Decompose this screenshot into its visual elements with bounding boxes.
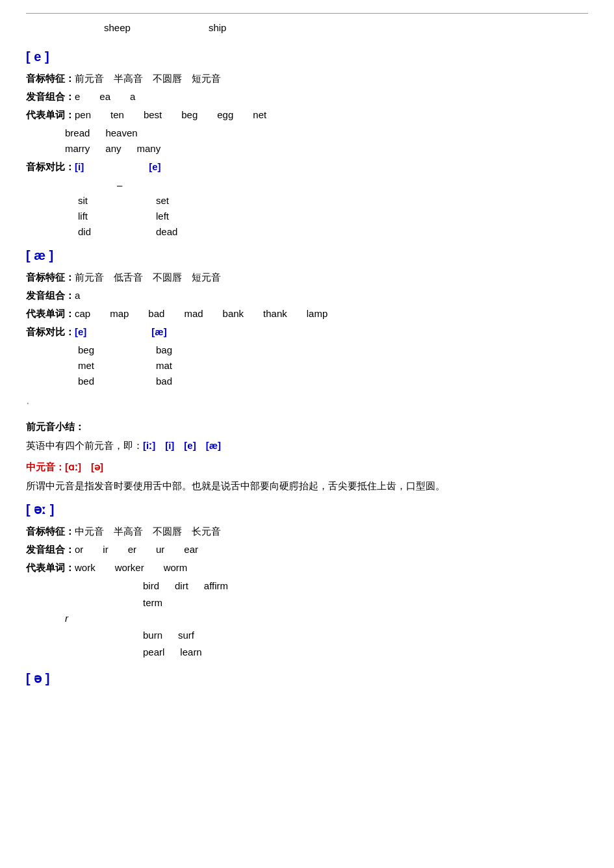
word-surf: surf bbox=[178, 628, 194, 643]
compare-row-e-2: lift left bbox=[78, 209, 588, 224]
col-set: set bbox=[156, 193, 234, 209]
features-ao: 音标特征：中元音 半高音 不圆唇 长元音 bbox=[26, 524, 588, 539]
combo-ae: 发音组合：a bbox=[26, 288, 588, 303]
compare-row-ae-1: beg bag bbox=[78, 342, 588, 358]
compare-h1-ae: [e] bbox=[75, 326, 86, 337]
phoneme-ae2: [æ] bbox=[206, 440, 221, 451]
word-term: term bbox=[143, 595, 162, 611]
word-many: many bbox=[137, 141, 161, 157]
phoneme-ao: [ əː ] bbox=[26, 499, 588, 520]
combo-value-e: e ea a bbox=[75, 91, 135, 102]
words-e-row3: marry any many bbox=[65, 141, 588, 157]
words-label-ae: 代表单词： bbox=[26, 308, 75, 319]
compare-table-ae: beg bag met mat bed bad bbox=[78, 342, 588, 389]
compare-h2-e: [e] bbox=[149, 161, 160, 172]
col-did: did bbox=[78, 224, 156, 240]
mid-vowel-title: 中元音：[ɑː] [ə] bbox=[26, 459, 588, 475]
col-bag: bag bbox=[156, 342, 234, 358]
compare-label-e: 音标对比： bbox=[26, 161, 75, 172]
features-label-e: 音标特征： bbox=[26, 73, 75, 84]
col-mat: mat bbox=[156, 358, 234, 374]
phoneme-ao-inline: [ɑː] bbox=[65, 461, 81, 472]
word-burn: burn bbox=[143, 628, 162, 643]
col-dead: dead bbox=[156, 224, 234, 240]
word-any: any bbox=[105, 141, 121, 157]
combo-label-ao: 发音组合： bbox=[26, 544, 75, 555]
words-e-line1: pen ten best beg egg net bbox=[75, 109, 266, 120]
combo-value-ao: or ir er ur ear bbox=[75, 544, 198, 555]
compare-ae: 音标对比：[e][æ] bbox=[26, 324, 588, 340]
dot-marker: · bbox=[26, 392, 588, 413]
word-heaven: heaven bbox=[105, 125, 137, 141]
phoneme-e2: [e] bbox=[184, 440, 196, 451]
word-bread: bread bbox=[65, 125, 90, 141]
col-left: left bbox=[156, 209, 234, 224]
phoneme-ae: [ æ ] bbox=[26, 245, 588, 266]
header-sheep: sheep bbox=[104, 20, 131, 36]
compare-row-e-3: did dead bbox=[78, 224, 588, 240]
compare-table-e: – sit set lift left did dead bbox=[78, 177, 588, 240]
phoneme-e: [ e ] bbox=[26, 46, 588, 67]
summary-title: 前元音小结： bbox=[26, 419, 588, 435]
words-ao-row2: bird dirt affirm bbox=[143, 578, 588, 594]
features-label-ae: 音标特征： bbox=[26, 272, 75, 283]
words-ao: 代表单词：work worker worm bbox=[26, 560, 588, 576]
dash-e: – bbox=[117, 177, 588, 193]
mid-vowel-description: 所谓中元音是指发音时要使用舌中部。也就是说舌中部要向硬腭抬起，舌尖要抵住上齿，口… bbox=[26, 478, 588, 494]
summary-section: 前元音小结： 英语中有四个前元音，即：[iː] [i] [e] [æ] bbox=[26, 419, 588, 454]
compare-row-ae-3: bed bad bbox=[78, 374, 588, 389]
header-ship: ship bbox=[209, 20, 227, 36]
words-e: 代表单词：pen ten best beg egg net bbox=[26, 107, 588, 123]
word-pearl: pearl bbox=[143, 645, 164, 660]
combo-ao: 发音组合：or ir er ur ear bbox=[26, 542, 588, 557]
words-ao-line1: work worker worm bbox=[75, 562, 187, 573]
features-value-e: 前元音 半高音 不圆唇 短元音 bbox=[75, 73, 221, 84]
word-bird: bird bbox=[143, 578, 159, 594]
features-label-ao: 音标特征： bbox=[26, 526, 75, 537]
features-ae: 音标特征：前元音 低舌音 不圆唇 短元音 bbox=[26, 270, 588, 285]
phoneme-i: [i] bbox=[165, 440, 174, 451]
word-dirt: dirt bbox=[175, 578, 188, 594]
word-learn: learn bbox=[180, 645, 201, 660]
phoneme-schwa-inline: [ə] bbox=[91, 461, 103, 472]
combo-e: 发音组合：e ea a bbox=[26, 89, 588, 105]
top-border bbox=[26, 13, 588, 14]
word-affirm: affirm bbox=[204, 578, 228, 594]
header-row: sheep ship bbox=[26, 20, 588, 36]
compare-row-e-1: sit set bbox=[78, 193, 588, 209]
col-beg: beg bbox=[78, 342, 156, 358]
compare-row-ae-2: met mat bbox=[78, 358, 588, 374]
combo-label-ae: 发音组合： bbox=[26, 290, 75, 301]
words-label-ao: 代表单词： bbox=[26, 562, 75, 573]
features-value-ao: 中元音 半高音 不圆唇 长元音 bbox=[75, 526, 221, 537]
features-value-ae: 前元音 低舌音 不圆唇 短元音 bbox=[75, 272, 221, 283]
words-ae: 代表单词：cap map bad mad bank thank lamp bbox=[26, 306, 588, 322]
phoneme-i-long: [iː] bbox=[143, 440, 155, 451]
words-ao-row4: burn surf bbox=[143, 628, 588, 643]
combo-label-e: 发音组合： bbox=[26, 91, 75, 102]
combo-value-ae: a bbox=[75, 290, 80, 301]
features-e: 音标特征：前元音 半高音 不圆唇 短元音 bbox=[26, 71, 588, 86]
col-bed: bed bbox=[78, 374, 156, 389]
compare-h2-ae: [æ] bbox=[151, 326, 166, 337]
summary-description: 英语中有四个前元音，即：[iː] [i] [e] [æ] bbox=[26, 437, 588, 454]
words-ae-line1: cap map bad mad bank thank lamp bbox=[75, 308, 327, 319]
words-ao-row3: term bbox=[143, 595, 588, 611]
compare-h1-e: [i] bbox=[75, 161, 84, 172]
r-marker: r bbox=[65, 611, 588, 626]
col-met: met bbox=[78, 358, 156, 374]
phoneme-schwa: [ ə ] bbox=[26, 668, 588, 689]
compare-label-ae: 音标对比： bbox=[26, 326, 75, 337]
words-e-row2: bread heaven bbox=[65, 125, 588, 141]
words-ao-row5: pearl learn bbox=[143, 645, 588, 660]
col-bad2: bad bbox=[156, 374, 234, 389]
col-lift: lift bbox=[78, 209, 156, 224]
col-sit: sit bbox=[78, 193, 156, 209]
compare-e: 音标对比：[i][e] bbox=[26, 159, 588, 175]
words-label-e: 代表单词： bbox=[26, 109, 75, 120]
word-marry: marry bbox=[65, 141, 90, 157]
